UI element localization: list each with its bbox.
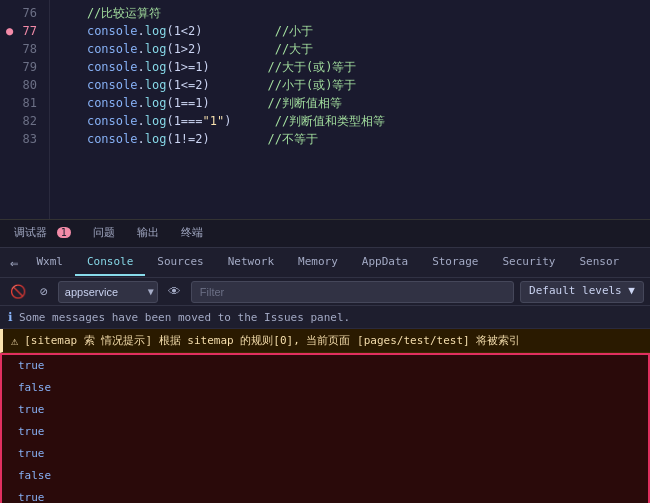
clear-console-icon[interactable]: 🚫 <box>6 282 30 301</box>
tab-terminal[interactable]: 终端 <box>171 221 213 246</box>
tab-sources[interactable]: Sources <box>145 249 215 276</box>
tab-appdata[interactable]: AppData <box>350 249 420 276</box>
console-entry-0: true <box>2 355 648 377</box>
tab-debugger[interactable]: 调试器 1 <box>4 221 81 246</box>
line-num-82: 82 <box>8 112 41 130</box>
line-num-76: 76 <box>8 4 41 22</box>
code-line-82: console.log(1==="1") //判断值和类型相等 <box>58 112 642 130</box>
line-num-80: 80 <box>8 76 41 94</box>
service-select[interactable]: appservice <box>58 281 158 303</box>
filter-bar: 🚫 ⊘ appservice ▼ 👁 Default levels ▼ <box>0 278 650 306</box>
tab-memory[interactable]: Memory <box>286 249 350 276</box>
warning-message: ⚠ [sitemap 索 情况提示] 根据 sitemap 的规则[0], 当前… <box>0 329 650 353</box>
back-icon[interactable]: ⇐ <box>4 249 24 277</box>
tab-security[interactable]: Security <box>490 249 567 276</box>
console-entry-2: true <box>2 399 648 421</box>
tab-console[interactable]: Console <box>75 249 145 276</box>
eye-icon[interactable]: 👁 <box>164 282 185 301</box>
code-line-78: console.log(1>2) //大于 <box>58 40 642 58</box>
tab-output[interactable]: 输出 <box>127 221 169 246</box>
devtools-main-tabs: ⇐ Wxml Console Sources Network Memory Ap… <box>0 248 650 278</box>
console-output: ℹ Some messages have been moved to the I… <box>0 306 650 503</box>
line-numbers: 76 77 78 79 80 81 82 83 <box>0 0 50 219</box>
tab-network[interactable]: Network <box>216 249 286 276</box>
console-entries-container: true false true true true false true <box>0 353 650 503</box>
code-lines: //比较运算符 console.log(1<2) //小于 console.lo… <box>50 0 650 219</box>
line-num-81: 81 <box>8 94 41 112</box>
code-line-77: console.log(1<2) //小于 <box>58 22 642 40</box>
service-select-wrapper: appservice ▼ <box>58 281 158 303</box>
code-line-81: console.log(1==1) //判断值相等 <box>58 94 642 112</box>
code-line-83: console.log(1!=2) //不等于 <box>58 130 642 148</box>
warning-icon: ⚠ <box>11 334 18 348</box>
filter-toggle-icon[interactable]: ⊘ <box>36 282 52 301</box>
console-entry-5: false <box>2 465 648 487</box>
line-num-79: 79 <box>8 58 41 76</box>
filter-input[interactable] <box>191 281 514 303</box>
code-line-80: console.log(1<=2) //小于(或)等于 <box>58 76 642 94</box>
code-editor: 76 77 78 79 80 81 82 83 //比较运算符 console.… <box>0 0 650 220</box>
line-num-77: 77 <box>8 22 41 40</box>
console-entry-6: true <box>2 487 648 503</box>
console-entry-3: true <box>2 421 648 443</box>
default-levels-button[interactable]: Default levels ▼ <box>520 281 644 303</box>
tab-storage[interactable]: Storage <box>420 249 490 276</box>
code-line-79: console.log(1>=1) //大于(或)等于 <box>58 58 642 76</box>
line-num-83: 83 <box>8 130 41 148</box>
tab-issues[interactable]: 问题 <box>83 221 125 246</box>
tab-wxml[interactable]: Wxml <box>24 249 75 276</box>
line-num-78: 78 <box>8 40 41 58</box>
tab-sensor[interactable]: Sensor <box>567 249 631 276</box>
console-entry-4: true <box>2 443 648 465</box>
devtools-top-tabs: 调试器 1 问题 输出 终端 <box>0 220 650 248</box>
devtools-panel: 调试器 1 问题 输出 终端 ⇐ Wxml Console Sources Ne… <box>0 220 650 503</box>
console-entry-1: false <box>2 377 648 399</box>
code-line-76: //比较运算符 <box>58 4 642 22</box>
info-icon: ℹ <box>8 310 13 324</box>
info-message: ℹ Some messages have been moved to the I… <box>0 306 650 329</box>
